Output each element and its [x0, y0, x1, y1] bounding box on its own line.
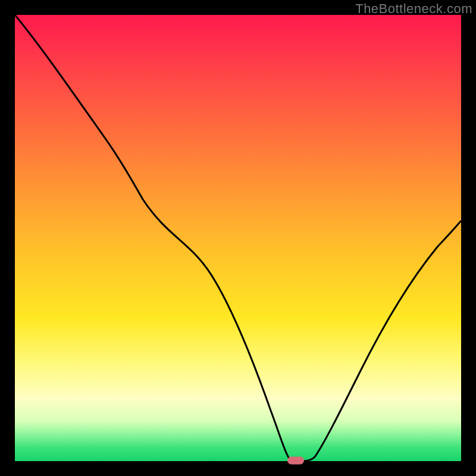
- bottleneck-curve: [15, 15, 461, 461]
- chart-frame: TheBottleneck.com: [0, 0, 476, 476]
- chart-plot-area: [15, 15, 461, 461]
- optimal-marker: [287, 457, 304, 465]
- curve-path: [15, 15, 461, 461]
